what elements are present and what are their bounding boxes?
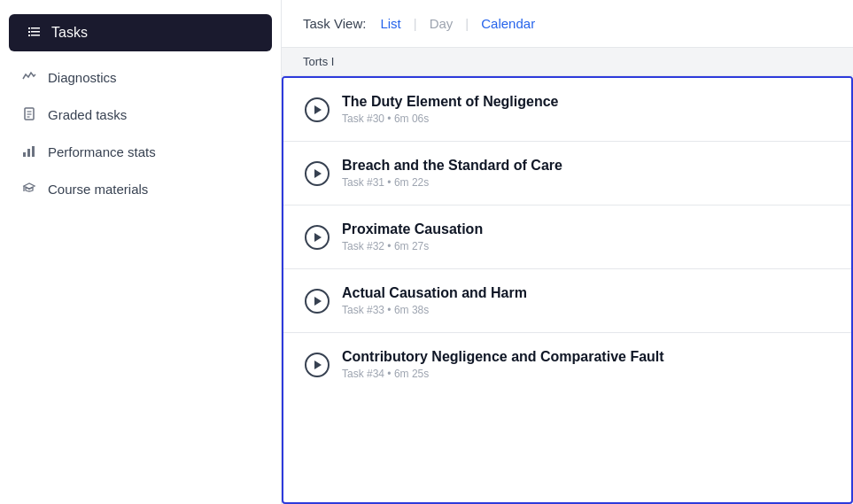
play-button-4[interactable]: [305, 353, 330, 377]
task-item: Breach and the Standard of Care Task #31…: [283, 142, 851, 205]
task-meta-4: Task #34 • 6m 25s: [342, 368, 664, 380]
sidebar-item-course-materials-label: Course materials: [48, 182, 148, 197]
svg-rect-10: [23, 152, 26, 157]
play-triangle-0: [314, 105, 322, 114]
main-content: Task View: List | Day | Calendar Torts I…: [282, 0, 853, 504]
performance-stats-icon: [21, 143, 37, 159]
separator-2: |: [465, 16, 469, 31]
task-item: Contributory Negligence and Comparative …: [283, 333, 851, 396]
task-title-3: Actual Causation and Harm: [342, 285, 527, 301]
play-button-2[interactable]: [305, 225, 330, 250]
sidebar-item-graded-tasks[interactable]: Graded tasks: [0, 96, 281, 133]
task-view-label: Task View:: [303, 16, 366, 31]
view-day[interactable]: Day: [426, 14, 457, 33]
task-meta-3: Task #33 • 6m 38s: [342, 304, 527, 316]
task-meta-0: Task #30 • 6m 06s: [342, 112, 558, 125]
section-title: Torts I: [303, 55, 334, 68]
task-info-1: Breach and the Standard of Care Task #31…: [342, 158, 562, 189]
course-materials-icon: [21, 181, 37, 197]
play-button-0[interactable]: [305, 97, 330, 122]
sidebar-item-diagnostics-label: Diagnostics: [48, 70, 117, 85]
task-info-0: The Duty Element of Negligence Task #30 …: [342, 94, 558, 125]
task-item: The Duty Element of Negligence Task #30 …: [283, 78, 851, 142]
diagnostics-icon: [21, 69, 37, 85]
sidebar-item-graded-tasks-label: Graded tasks: [48, 107, 127, 122]
task-info-3: Actual Causation and Harm Task #33 • 6m …: [342, 285, 527, 316]
task-title-1: Breach and the Standard of Care: [342, 158, 562, 174]
view-calendar[interactable]: Calendar: [477, 14, 539, 33]
section-header: Torts I: [282, 48, 853, 76]
svg-rect-2: [28, 31, 30, 33]
play-triangle-3: [314, 297, 322, 306]
svg-rect-3: [31, 31, 40, 33]
play-triangle-4: [314, 361, 322, 369]
task-meta-1: Task #31 • 6m 22s: [342, 176, 562, 189]
svg-rect-11: [27, 149, 30, 157]
sidebar-item-course-materials[interactable]: Course materials: [0, 170, 281, 207]
play-button-3[interactable]: [305, 289, 330, 314]
sidebar-item-performance-stats-label: Performance stats: [48, 144, 156, 159]
sidebar-item-diagnostics[interactable]: Diagnostics: [0, 58, 281, 96]
task-title-0: The Duty Element of Negligence: [342, 94, 558, 110]
sidebar-item-performance-stats[interactable]: Performance stats: [0, 133, 281, 170]
view-list[interactable]: List: [376, 14, 404, 33]
play-triangle-1: [314, 169, 322, 178]
svg-rect-1: [31, 27, 40, 29]
tasks-icon: [27, 25, 43, 41]
play-button-1[interactable]: [305, 161, 330, 186]
task-info-2: Proximate Causation Task #32 • 6m 27s: [342, 221, 483, 252]
task-info-4: Contributory Negligence and Comparative …: [342, 349, 664, 380]
task-title-4: Contributory Negligence and Comparative …: [342, 349, 664, 365]
task-item: Proximate Causation Task #32 • 6m 27s: [283, 205, 851, 269]
svg-rect-0: [28, 27, 30, 29]
play-triangle-2: [314, 233, 322, 242]
sidebar-item-tasks-label: Tasks: [51, 25, 88, 41]
sidebar: Tasks Diagnostics Graded tasks: [0, 0, 282, 504]
svg-rect-12: [32, 146, 35, 157]
task-item: Actual Causation and Harm Task #33 • 6m …: [283, 269, 851, 333]
task-view-header: Task View: List | Day | Calendar: [282, 0, 853, 48]
tasks-container: The Duty Element of Negligence Task #30 …: [282, 76, 853, 504]
graded-tasks-icon: [21, 106, 37, 122]
svg-rect-4: [28, 35, 30, 36]
svg-rect-5: [31, 35, 40, 36]
task-meta-2: Task #32 • 6m 27s: [342, 240, 483, 252]
sidebar-item-tasks[interactable]: Tasks: [9, 14, 272, 51]
separator-1: |: [414, 16, 417, 31]
task-title-2: Proximate Causation: [342, 221, 483, 237]
